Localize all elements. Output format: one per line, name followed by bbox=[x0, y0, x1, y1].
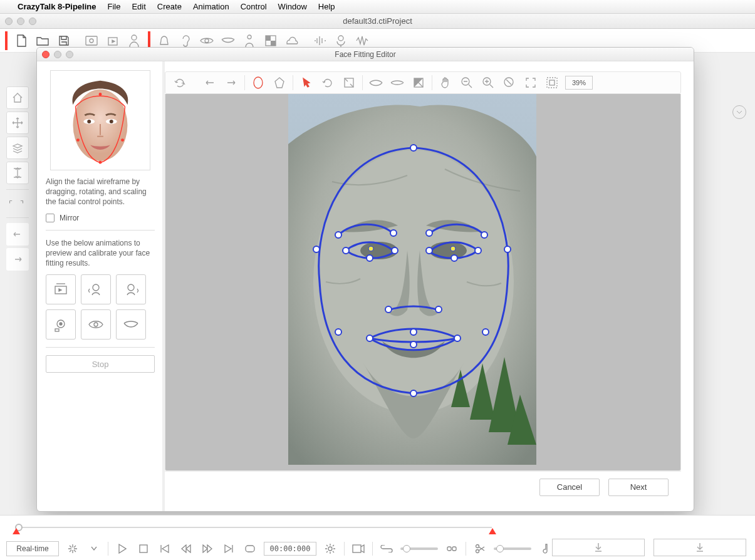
app-name[interactable]: CrazyTalk 8-Pipeline bbox=[18, 2, 96, 11]
timeline-strip[interactable] bbox=[0, 516, 755, 537]
goto-start-icon[interactable] bbox=[157, 541, 172, 556]
editor-undo-icon[interactable] bbox=[199, 74, 221, 91]
goto-end-icon[interactable] bbox=[221, 541, 236, 556]
speed-slider[interactable] bbox=[494, 547, 531, 550]
sparkle-icon[interactable] bbox=[65, 541, 80, 556]
svg-point-68 bbox=[476, 550, 479, 553]
contrast-icon[interactable] bbox=[408, 74, 429, 91]
stop-icon[interactable] bbox=[136, 541, 151, 556]
instruction-text-2: Use the below animations to preview and … bbox=[46, 238, 155, 269]
anim-record-icon[interactable] bbox=[46, 309, 76, 340]
menu-control[interactable]: Control bbox=[241, 2, 267, 11]
reset-icon[interactable] bbox=[169, 74, 190, 91]
svg-rect-67 bbox=[452, 547, 456, 551]
playback-mode[interactable]: Real-time bbox=[6, 541, 59, 556]
svg-point-36 bbox=[360, 242, 398, 259]
note-icon[interactable] bbox=[538, 541, 553, 556]
svg-rect-7 bbox=[271, 41, 276, 46]
zoom-reset-icon[interactable] bbox=[499, 74, 520, 91]
layers-icon[interactable] bbox=[6, 137, 29, 159]
svg-point-64 bbox=[328, 547, 332, 551]
settings-gear-icon[interactable] bbox=[323, 541, 338, 556]
editor-redo-icon[interactable] bbox=[221, 74, 242, 91]
cancel-button[interactable]: Cancel bbox=[539, 479, 600, 496]
next-frame-icon[interactable] bbox=[200, 541, 215, 556]
timecode[interactable]: 00:00:000 bbox=[264, 542, 316, 556]
timeline-marker-start[interactable] bbox=[13, 528, 20, 534]
menu-help[interactable]: Help bbox=[318, 2, 335, 11]
svg-point-9 bbox=[338, 36, 343, 41]
select-arrow-icon[interactable] bbox=[296, 74, 317, 91]
chevron-down-icon[interactable] bbox=[732, 105, 746, 119]
home-icon[interactable] bbox=[6, 86, 29, 109]
lips-open-icon[interactable] bbox=[365, 74, 387, 91]
timeline-bar: Real-time 00:00:000 bbox=[0, 515, 755, 560]
anim-talk-icon[interactable] bbox=[46, 274, 76, 304]
anim-head-right-icon[interactable] bbox=[116, 274, 146, 304]
instruction-text-1: Align the facial wireframe by dragging, … bbox=[46, 177, 155, 207]
fit-screen-icon[interactable] bbox=[520, 74, 541, 91]
camera-icon[interactable] bbox=[351, 541, 366, 556]
svg-point-14 bbox=[110, 120, 113, 123]
editor-panel: 39% bbox=[165, 61, 694, 511]
zoom-in-icon[interactable] bbox=[477, 74, 499, 91]
svg-point-18 bbox=[99, 161, 102, 164]
download-box-1[interactable] bbox=[552, 539, 645, 556]
face-fitting-editor-window: Face Fitting Editor Alig bbox=[36, 47, 694, 512]
hand-pan-icon[interactable] bbox=[435, 74, 456, 91]
menu-animation[interactable]: Animation bbox=[193, 2, 229, 11]
rotate-icon[interactable] bbox=[317, 74, 338, 91]
svg-rect-24 bbox=[55, 329, 59, 331]
redo-icon[interactable] bbox=[6, 248, 29, 271]
svg-point-15 bbox=[99, 93, 102, 96]
preview-animations-grid bbox=[46, 274, 155, 340]
play-icon[interactable] bbox=[115, 541, 130, 556]
loop-icon[interactable] bbox=[242, 541, 258, 556]
stop-button[interactable]: Stop bbox=[46, 355, 155, 373]
menu-edit[interactable]: Edit bbox=[132, 2, 145, 11]
timeline-marker-end[interactable] bbox=[489, 528, 496, 534]
svg-rect-32 bbox=[547, 78, 557, 88]
menu-file[interactable]: File bbox=[107, 2, 120, 11]
modal-title: Face Fitting Editor bbox=[37, 50, 694, 59]
anim-mouth-icon[interactable] bbox=[116, 309, 146, 340]
svg-point-23 bbox=[60, 323, 62, 325]
project-titlebar: default3d.ctiProject bbox=[0, 14, 755, 29]
mirror-label: Mirror bbox=[60, 214, 79, 222]
zoom-slider[interactable] bbox=[400, 547, 438, 550]
svg-rect-62 bbox=[140, 545, 147, 552]
new-project-icon[interactable] bbox=[11, 31, 31, 51]
zoom-value[interactable]: 39% bbox=[565, 76, 593, 90]
editor-canvas[interactable] bbox=[165, 94, 681, 471]
svg-point-69 bbox=[476, 545, 479, 548]
left-vertical-toolbar: ⌜ ⌝ bbox=[3, 54, 33, 271]
menu-create[interactable]: Create bbox=[157, 2, 182, 11]
dropdown-icon[interactable] bbox=[86, 541, 102, 556]
shape-mode-icon[interactable] bbox=[269, 74, 290, 91]
svg-rect-66 bbox=[447, 547, 451, 551]
crop-icon[interactable]: ⌜ ⌝ bbox=[6, 195, 29, 212]
menu-window[interactable]: Window bbox=[278, 2, 307, 11]
scale-icon[interactable] bbox=[338, 74, 360, 91]
move-icon[interactable] bbox=[6, 111, 29, 134]
scissors-icon[interactable] bbox=[472, 541, 487, 556]
next-button[interactable]: Next bbox=[608, 479, 669, 496]
height-icon[interactable] bbox=[6, 162, 29, 184]
download-box-2[interactable] bbox=[653, 539, 746, 556]
undo-icon[interactable] bbox=[6, 223, 29, 246]
zoom-out-icon[interactable] bbox=[456, 74, 477, 91]
svg-rect-0 bbox=[86, 36, 97, 45]
anim-eye-icon[interactable] bbox=[81, 309, 111, 340]
link2-icon[interactable] bbox=[444, 541, 459, 556]
svg-rect-33 bbox=[549, 80, 555, 85]
mirror-checkbox-row[interactable]: Mirror bbox=[46, 214, 155, 222]
mirror-checkbox[interactable] bbox=[46, 214, 55, 222]
actual-size-icon[interactable] bbox=[541, 74, 563, 91]
link-icon[interactable] bbox=[379, 541, 394, 556]
face-outline-mode-icon[interactable] bbox=[247, 74, 269, 91]
lips-closed-icon[interactable] bbox=[387, 74, 408, 91]
svg-point-21 bbox=[128, 284, 134, 291]
anim-head-left-icon[interactable] bbox=[81, 274, 111, 304]
macos-menubar: CrazyTalk 8-Pipeline File Edit Create An… bbox=[0, 0, 755, 14]
prev-frame-icon[interactable] bbox=[179, 541, 194, 556]
